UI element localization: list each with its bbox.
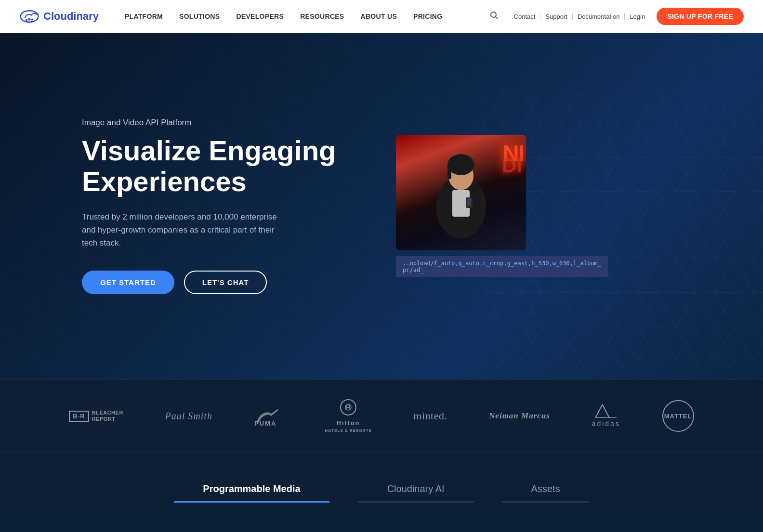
tab-programmable-media[interactable]: Programmable Media <box>174 477 329 503</box>
nav-utility-links: Contact Support Documentation Login <box>509 13 650 20</box>
tabs-section: Programmable Media Cloudinary AI Assets <box>0 453 763 503</box>
nav-links: PLATFORM SOLUTIONS DEVELOPERS RESOURCES … <box>118 9 486 24</box>
get-started-button[interactable]: GET STARTED <box>82 271 174 294</box>
hero-title: Visualize Engaging Experiences <box>82 135 367 197</box>
nav-about-us[interactable]: ABOUT US <box>354 9 404 24</box>
cloudinary-logo-icon <box>19 9 39 24</box>
hero-description: Trusted by 2 million developers and 10,0… <box>82 210 289 250</box>
paul-smith-text: Paul Smith <box>165 411 212 422</box>
url-params: f_auto,q_auto,c_crop,g_east,h_530,w_630,… <box>403 260 601 273</box>
adidas-icon <box>595 404 617 418</box>
neiman-marcus-text: Neiman Marcus <box>489 411 550 421</box>
person-silhouette <box>418 140 504 250</box>
url-text: ..upload/f_auto,q_auto,c_crop,g_east,h_5… <box>403 260 601 273</box>
nav-right: Contact Support Documentation Login SIGN… <box>486 8 744 25</box>
nav-pricing[interactable]: PRICING <box>407 9 449 24</box>
brand-adidas: adidas <box>592 404 620 428</box>
support-link[interactable]: Support <box>540 13 573 20</box>
hero-section: Image and Video API Platform Visualize E… <box>0 33 763 379</box>
nav-resources[interactable]: RESOURCES <box>293 9 351 24</box>
contact-link[interactable]: Contact <box>509 13 541 20</box>
brand-paul-smith: Paul Smith <box>165 411 212 422</box>
signup-button[interactable]: SIGN UP FOR FREE <box>657 8 744 25</box>
hero-image-placeholder: NI DI <box>396 135 526 250</box>
svg-line-5 <box>495 16 498 19</box>
svg-point-3 <box>31 19 33 21</box>
hilton-icon <box>344 403 353 412</box>
hero-subtitle: Image and Video API Platform <box>82 118 367 128</box>
tab-assets[interactable]: Assets <box>502 477 589 503</box>
search-button[interactable] <box>486 9 502 24</box>
hero-title-line2: Experiences <box>82 166 247 197</box>
hilton-circle <box>340 399 356 415</box>
login-link[interactable]: Login <box>625 13 650 20</box>
tab-cloudinary-ai[interactable]: Cloudinary AI <box>358 477 474 503</box>
hero-content: Image and Video API Platform Visualize E… <box>82 118 367 294</box>
brand-puma: PUMA <box>254 406 283 426</box>
svg-rect-15 <box>467 198 471 206</box>
nav-developers[interactable]: DEVELOPERS <box>229 9 290 24</box>
brand-neiman-marcus: Neiman Marcus <box>489 411 550 421</box>
hilton-text: Hilton <box>337 419 360 427</box>
hero-buttons: GET STARTED LET'S CHAT <box>82 271 367 294</box>
mattel-text: MATTEL <box>664 413 692 420</box>
br-box: B·R <box>69 411 89 422</box>
logo-text: Cloudinary <box>43 10 99 23</box>
logos-section: B·R BLEACHERREPORT Paul Smith PUMA Hilto… <box>0 379 763 453</box>
brand-minted: minted. <box>413 410 447 422</box>
minted-text: minted. <box>413 410 447 422</box>
puma-logo-icon: PUMA <box>254 406 283 426</box>
brand-mattel: MATTEL <box>662 400 694 432</box>
svg-point-1 <box>28 18 30 20</box>
svg-point-2 <box>26 19 27 21</box>
documentation-link[interactable]: Documentation <box>573 13 625 20</box>
logo-link[interactable]: Cloudinary <box>19 9 99 24</box>
nav-solutions[interactable]: SOLUTIONS <box>172 9 226 24</box>
svg-marker-18 <box>595 404 609 418</box>
mattel-circle: MATTEL <box>662 400 694 432</box>
brand-bleacher-report: B·R BLEACHERREPORT <box>69 410 123 422</box>
hero-image: NI DI <box>396 135 526 250</box>
svg-point-12 <box>447 154 474 175</box>
adidas-text: adidas <box>592 420 620 428</box>
hilton-subtext: HOTELS & RESORTS <box>325 428 371 433</box>
search-icon <box>490 11 499 20</box>
url-tooltip: ..upload/f_auto,q_auto,c_crop,g_east,h_5… <box>396 256 608 277</box>
svg-rect-13 <box>447 165 451 179</box>
lets-chat-button[interactable]: LET'S CHAT <box>184 271 267 294</box>
nav-platform[interactable]: PLATFORM <box>118 9 170 24</box>
navbar: Cloudinary PLATFORM SOLUTIONS DEVELOPERS… <box>0 0 763 33</box>
brand-hilton: Hilton HOTELS & RESORTS <box>325 399 371 433</box>
svg-text:PUMA: PUMA <box>254 420 276 426</box>
br-text: BLEACHERREPORT <box>92 410 123 422</box>
hero-title-line1: Visualize Engaging <box>82 135 336 166</box>
hero-image-area: NI DI ..up <box>367 135 681 277</box>
